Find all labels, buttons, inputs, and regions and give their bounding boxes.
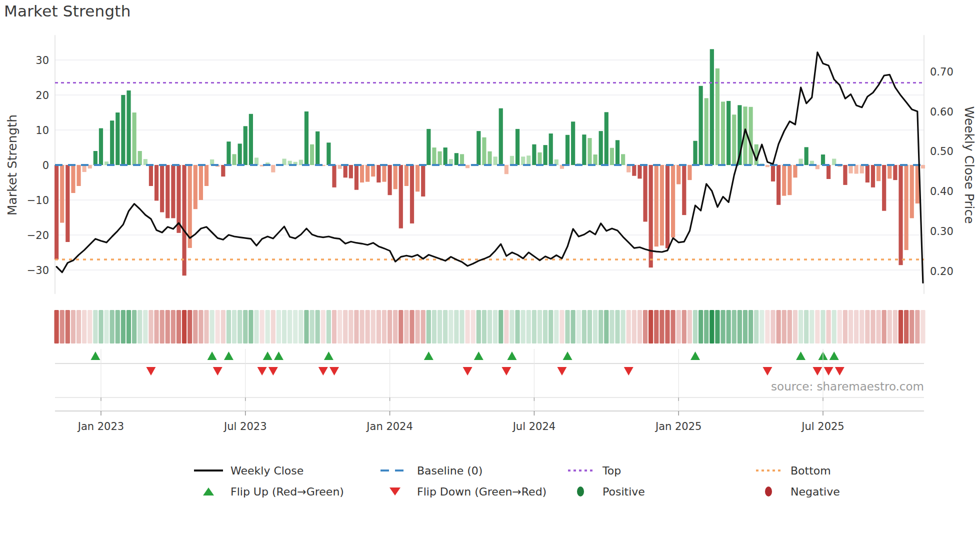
heatmap-cell bbox=[893, 310, 898, 344]
flip-down-marker bbox=[624, 367, 634, 376]
strength-bar bbox=[616, 140, 620, 165]
strength-bar bbox=[504, 165, 508, 174]
flip-down-marker bbox=[835, 367, 844, 376]
page-title: Market Strength bbox=[4, 2, 131, 20]
strength-bar bbox=[426, 129, 430, 165]
heatmap-cell bbox=[688, 310, 692, 344]
negative-swatch-shape bbox=[765, 486, 772, 496]
x-axis-tick-label: Jul 2024 bbox=[512, 420, 556, 432]
heatmap-cell bbox=[421, 310, 426, 344]
y-axis-tick-left: 10 bbox=[36, 124, 49, 136]
strength-bar bbox=[510, 156, 514, 165]
strength-bar bbox=[349, 165, 353, 178]
heatmap-cell bbox=[882, 310, 886, 344]
heatmap-cell bbox=[465, 310, 470, 344]
heatmap-cell bbox=[154, 310, 158, 344]
heatmap-cell bbox=[898, 310, 903, 344]
heatmap-cell bbox=[443, 310, 448, 344]
y-axis-tick-right: 0.40 bbox=[930, 186, 954, 198]
x-axis-tick-label: Jan 2024 bbox=[366, 420, 413, 432]
heatmap-cell bbox=[660, 310, 664, 344]
strength-bar bbox=[682, 165, 686, 215]
heatmap-cell bbox=[388, 310, 392, 344]
strength-bar bbox=[94, 151, 98, 165]
negative-swatch-icon bbox=[752, 486, 784, 497]
strength-bar bbox=[626, 165, 630, 172]
y-axis-tick-right: 0.50 bbox=[930, 146, 954, 158]
right-axis-label: Weekly Close Price bbox=[962, 106, 976, 224]
strength-bar bbox=[110, 120, 114, 165]
heatmap-cell bbox=[82, 310, 86, 344]
flip-down-swatch-shape bbox=[390, 488, 400, 496]
heatmap-cell bbox=[454, 310, 458, 344]
heatmap-cell bbox=[888, 310, 892, 344]
strength-bar bbox=[688, 165, 692, 180]
heatmap-cell bbox=[710, 310, 714, 344]
heatmap-cell bbox=[698, 310, 703, 344]
heatmap-cell bbox=[865, 310, 870, 344]
heatmap-cell bbox=[798, 310, 803, 344]
heatmap-cell bbox=[793, 310, 798, 344]
positive-swatch-icon bbox=[564, 486, 596, 497]
heatmap-cell bbox=[720, 310, 725, 344]
heatmap-cell bbox=[143, 310, 148, 344]
legend-label-baseline: Baseline (0) bbox=[417, 464, 482, 477]
flip-down-marker bbox=[213, 367, 222, 376]
flip-up-marker bbox=[474, 352, 484, 360]
strength-bar bbox=[466, 165, 470, 168]
heatmap-cell bbox=[760, 310, 764, 344]
strength-bar bbox=[304, 112, 308, 165]
heatmap-cell bbox=[743, 310, 748, 344]
flip-down-marker bbox=[268, 367, 278, 376]
legend-label-positive: Positive bbox=[602, 486, 645, 498]
heatmap-cell bbox=[515, 310, 520, 344]
heatmap-cell bbox=[198, 310, 203, 344]
strength-bar bbox=[666, 165, 670, 248]
heatmap-cell bbox=[382, 310, 386, 344]
heatmap-cell bbox=[121, 310, 126, 344]
heatmap-cell bbox=[110, 310, 114, 344]
strength-bar bbox=[571, 122, 575, 165]
heatmap-cell bbox=[182, 310, 186, 344]
strength-bar bbox=[454, 153, 458, 165]
flip-down-marker bbox=[330, 367, 339, 376]
flip-down-marker bbox=[258, 367, 267, 376]
heatmap-cell bbox=[176, 310, 181, 344]
heatmap-cell bbox=[188, 310, 192, 344]
heatmap-cell bbox=[166, 310, 170, 344]
heatmap-cell bbox=[243, 310, 248, 344]
heatmap-cell bbox=[171, 310, 176, 344]
heatmap-cell bbox=[854, 310, 858, 344]
heatmap-cell bbox=[621, 310, 626, 344]
strength-bar bbox=[638, 165, 642, 178]
strength-bar bbox=[121, 95, 125, 165]
heatmap-cell bbox=[216, 310, 220, 344]
legend-label-weekly-close: Weekly Close bbox=[230, 464, 304, 477]
heatmap-cell bbox=[638, 310, 642, 344]
strength-bar bbox=[721, 102, 725, 165]
heatmap-cell bbox=[598, 310, 603, 344]
heatmap-cell bbox=[548, 310, 553, 344]
heatmap-cell bbox=[260, 310, 264, 344]
flip-marker-strip bbox=[55, 352, 924, 376]
heatmap-cell bbox=[915, 310, 920, 344]
strength-bar bbox=[354, 165, 358, 190]
flip-up-marker bbox=[424, 352, 434, 360]
heatmap-cell bbox=[493, 310, 498, 344]
x-axis-tick-label: Jul 2025 bbox=[800, 420, 844, 432]
heatmap-cell bbox=[416, 310, 420, 344]
strength-bar bbox=[160, 165, 164, 212]
heatmap-cell bbox=[232, 310, 236, 344]
heatmap-cell bbox=[354, 310, 358, 344]
strength-bar bbox=[360, 165, 364, 182]
strength-bar bbox=[376, 165, 380, 182]
y-axis-tick-left: 20 bbox=[36, 90, 49, 102]
heatmap-cell bbox=[820, 310, 825, 344]
heatmap-cell bbox=[476, 310, 481, 344]
strength-bar bbox=[826, 165, 830, 179]
legend-label-flip-down: Flip Down (Green→Red) bbox=[417, 486, 546, 498]
heatmap-cell bbox=[782, 310, 786, 344]
heatmap-cell bbox=[676, 310, 681, 344]
flip-up-marker bbox=[563, 352, 572, 360]
legend-label-flip-up: Flip Up (Red→Green) bbox=[230, 486, 344, 498]
